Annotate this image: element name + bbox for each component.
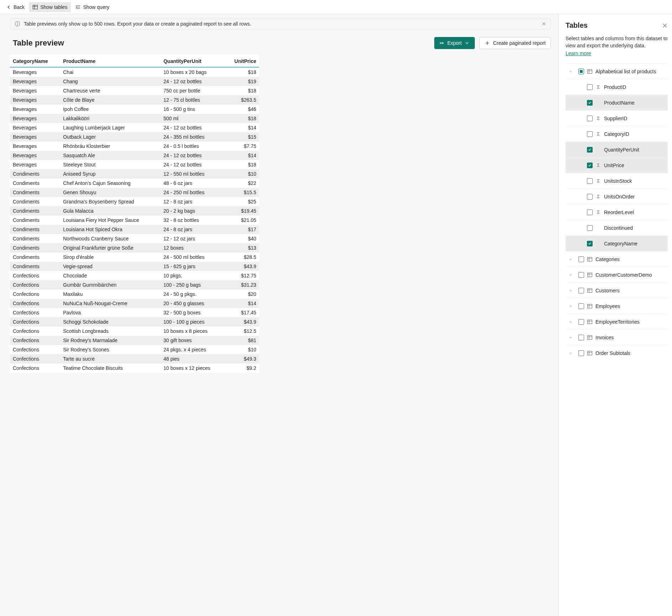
tree-label: ProductName <box>604 100 668 106</box>
tree-table-row[interactable]: Categories <box>566 251 668 267</box>
table-row[interactable]: ConfectionsScottish Longbreads10 boxes x… <box>10 326 259 336</box>
table-row[interactable]: ConfectionsTeatime Chocolate Biscuits10 … <box>10 363 259 373</box>
show-query-button[interactable]: Show query <box>72 2 113 12</box>
back-button[interactable]: Back <box>3 2 28 12</box>
tree-table-row[interactable]: Alphabetical list of products <box>566 63 668 79</box>
checkbox[interactable] <box>578 288 584 293</box>
checkbox[interactable] <box>578 319 584 325</box>
left-panel: Table previews only show up to 500 rows.… <box>0 14 558 616</box>
table-row[interactable]: ConfectionsSir Rodney's Scones24 pkgs. x… <box>10 345 259 354</box>
table-row[interactable]: BeveragesIpoh Coffee16 - 500 g tins$46 <box>10 105 259 114</box>
table-cell: $31.23 <box>225 280 259 290</box>
checkbox[interactable] <box>578 272 584 278</box>
tree-table-row[interactable]: Employees <box>566 298 668 314</box>
column-header[interactable]: UnitPrice <box>225 55 259 67</box>
learn-more-link[interactable]: Learn more <box>566 51 668 56</box>
table-row[interactable]: ConfectionsTarte au sucre48 pies$49.3 <box>10 354 259 363</box>
table-row[interactable]: ConfectionsPavlova32 - 500 g boxes$17.45 <box>10 308 259 317</box>
table-cell: Confections <box>10 317 60 326</box>
table-row[interactable]: CondimentsLouisiana Fiery Hot Pepper Sau… <box>10 216 259 225</box>
chevron-down-icon[interactable] <box>566 351 576 355</box>
checkbox[interactable] <box>587 209 593 215</box>
table-row[interactable]: CondimentsLouisiana Hot Spiced Okra24 - … <box>10 225 259 234</box>
table-row[interactable]: CondimentsNorthwoods Cranberry Sauce12 -… <box>10 234 259 243</box>
chevron-down-icon[interactable] <box>566 289 576 292</box>
tree-field-row[interactable]: Discontinued <box>566 220 668 235</box>
table-row[interactable]: ConfectionsChocolade10 pkgs.$12.75 <box>10 271 259 280</box>
chevron-down-icon[interactable] <box>566 304 576 308</box>
table-row[interactable]: BeveragesLakkalikööri500 ml$18 <box>10 114 259 123</box>
table-row[interactable]: BeveragesSteeleye Stout24 - 12 oz bottle… <box>10 160 259 169</box>
tree-table-row[interactable]: Invoices <box>566 329 668 345</box>
table-cell: Sir Rodney's Scones <box>60 345 161 354</box>
show-tables-button[interactable]: Show tables <box>29 2 71 12</box>
table-row[interactable]: CondimentsGrandma's Boysenberry Spread12… <box>10 197 259 206</box>
checkbox[interactable] <box>587 131 593 137</box>
table-row[interactable]: ConfectionsMaxilaku24 - 50 g pkgs.$20 <box>10 290 259 299</box>
tree-field-row[interactable]: ΣUnitsInStock <box>566 173 668 188</box>
table-row[interactable]: ConfectionsNuNuCa Nuß-Nougat-Creme20 - 4… <box>10 299 259 308</box>
table-row[interactable]: BeveragesChai10 boxes x 20 bags$18 <box>10 67 259 77</box>
table-row[interactable]: BeveragesChang24 - 12 oz bottles$19 <box>10 77 259 86</box>
tree-field-row[interactable]: QuantityPerUnit <box>566 142 668 157</box>
table-row[interactable]: CondimentsOriginal Frankfurter grüne Soß… <box>10 243 259 253</box>
chevron-down-icon[interactable] <box>566 336 576 339</box>
checkbox[interactable] <box>587 194 593 200</box>
checkbox[interactable] <box>578 350 584 356</box>
table-cell: Condiments <box>10 179 60 188</box>
table-row[interactable]: ConfectionsGumbär Gummibärchen100 - 250 … <box>10 280 259 290</box>
table-row[interactable]: BeveragesCôte de Blaye12 - 75 cl bottles… <box>10 95 259 105</box>
tree-field-row[interactable]: ΣUnitsOnOrder <box>566 188 668 204</box>
export-button[interactable]: Export <box>434 37 475 49</box>
table-row[interactable]: CondimentsGula Malacca20 - 2 kg bags$19.… <box>10 206 259 216</box>
checkbox[interactable] <box>587 84 593 90</box>
table-row[interactable]: BeveragesLaughing Lumberjack Lager24 - 1… <box>10 123 259 132</box>
checkbox[interactable] <box>578 256 584 262</box>
table-row[interactable]: CondimentsSirop d'érable24 - 500 ml bott… <box>10 253 259 262</box>
checkbox-partial[interactable] <box>578 69 584 74</box>
table-row[interactable]: CondimentsVegie-spread15 - 625 g jars$43… <box>10 262 259 271</box>
table-row[interactable]: BeveragesRhönbräu Klosterbier24 - 0.5 l … <box>10 142 259 151</box>
table-row[interactable]: ConfectionsSchoggi Schokolade100 - 100 g… <box>10 317 259 326</box>
tree-table-row[interactable]: EmployeeTerritories <box>566 314 668 329</box>
create-report-button[interactable]: Create paginated report <box>479 37 551 49</box>
tree-field-row[interactable]: CategoryName <box>566 235 668 251</box>
tree-table-row[interactable]: CustomerCustomerDemo <box>566 267 668 282</box>
column-header[interactable]: ProductName <box>60 55 161 67</box>
table-row[interactable]: BeveragesSasquatch Ale24 - 12 oz bottles… <box>10 151 259 160</box>
table-row[interactable]: BeveragesOutback Lager24 - 355 ml bottle… <box>10 132 259 142</box>
data-table: CategoryNameProductNameQuantityPerUnitUn… <box>10 55 259 373</box>
chevron-up-icon[interactable] <box>566 70 576 73</box>
table-row[interactable]: CondimentsGenen Shouyu24 - 250 ml bottle… <box>10 188 259 197</box>
checkbox-checked[interactable] <box>587 241 593 246</box>
checkbox[interactable] <box>587 116 593 121</box>
checkbox-checked[interactable] <box>587 100 593 106</box>
checkbox[interactable] <box>578 335 584 340</box>
checkbox-checked[interactable] <box>587 163 593 168</box>
checkbox-checked[interactable] <box>587 147 593 153</box>
table-cell: 32 - 8 oz bottles <box>161 216 225 225</box>
table-row[interactable]: ConfectionsSir Rodney's Marmalade30 gift… <box>10 336 259 345</box>
tree-field-row[interactable]: ΣCategoryID <box>566 126 668 142</box>
close-icon[interactable] <box>541 21 546 26</box>
close-icon[interactable] <box>662 23 668 28</box>
checkbox[interactable] <box>587 225 593 231</box>
tree-field-row[interactable]: ProductName <box>566 95 668 110</box>
chevron-down-icon[interactable] <box>566 320 576 324</box>
table-row[interactable]: CondimentsChef Anton's Cajun Seasoning48… <box>10 179 259 188</box>
table-row[interactable]: BeveragesChartreuse verte750 cc per bott… <box>10 86 259 95</box>
chevron-down-icon[interactable] <box>566 257 576 261</box>
checkbox[interactable] <box>587 178 593 184</box>
table-row[interactable]: CondimentsAniseed Syrup12 - 550 ml bottl… <box>10 169 259 179</box>
tree-field-row[interactable]: ΣUnitPrice <box>566 157 668 173</box>
tree-field-row[interactable]: ΣReorderLevel <box>566 204 668 220</box>
table-container[interactable]: CategoryNameProductNameQuantityPerUnitUn… <box>10 55 551 616</box>
column-header[interactable]: QuantityPerUnit <box>161 55 225 67</box>
tree-field-row[interactable]: ΣProductID <box>566 79 668 95</box>
tree-table-row[interactable]: Order Subtotals <box>566 345 668 361</box>
checkbox[interactable] <box>578 303 584 309</box>
tree-table-row[interactable]: Customers <box>566 282 668 298</box>
tree-field-row[interactable]: ΣSupplierID <box>566 110 668 126</box>
column-header[interactable]: CategoryName <box>10 55 60 67</box>
chevron-down-icon[interactable] <box>566 273 576 277</box>
